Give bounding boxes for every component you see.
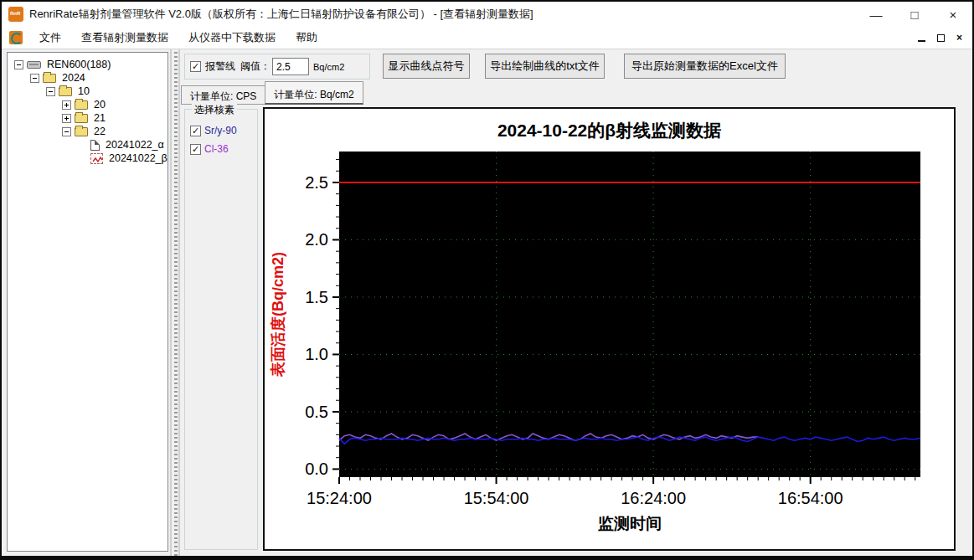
app-window: RenriRate辐射剂量管理软件 V2.0版（版权所有：上海仁日辐射防护设备有… [0,0,974,560]
tree-item-label: 10 [76,85,91,97]
window-title: RenriRate辐射剂量管理软件 V2.0版（版权所有：上海仁日辐射防护设备有… [29,7,533,22]
tree-item-label: 20241022_β [107,152,168,164]
x-tick-label: 16:24:00 [621,489,686,507]
tree-item-21[interactable]: 21 [8,111,167,125]
nuclide-select-groupbox: 选择核素 ✓ Sr/y-90 ✓ Cl-36 [184,109,258,550]
chart-file-icon [90,153,103,164]
minimize-button[interactable]: — [857,2,895,27]
y-tick-label: 1.0 [305,345,328,363]
device-icon [27,61,41,69]
content-panel: ✓ 报警线 阈值： Bq/cm2 显示曲线点符号 导出绘制曲线的txt文件 导出… [181,49,967,552]
app-logo-icon [8,7,23,22]
x-tick-label: 15:54:00 [464,489,529,507]
splitter-grip [174,49,178,556]
tree-expander-icon[interactable] [46,87,55,96]
threshold-unit-label: Bq/cm2 [313,62,344,72]
mdi-close-icon[interactable]: × [956,33,962,42]
unit-tab-strip: 计量单位: CPS 计量单位: Bq/cm2 [181,81,363,105]
nuclide-label-cl-36: Cl-36 [204,143,229,155]
tab-unit-cps[interactable]: 计量单位: CPS [181,85,265,105]
export-curve-txt-button[interactable]: 导出绘制曲线的txt文件 [485,54,605,79]
maximize-button[interactable]: □ [895,2,934,27]
tree-item-label: 20 [92,99,107,110]
folder-icon [43,74,56,83]
menu-view-measure-data[interactable]: 查看辐射测量数据 [71,27,178,49]
monitor-chart-panel: 2024-10-22的β射线监测数据 0.00.51.01.52.02.515:… [263,107,956,551]
y-tick-label: 2.0 [305,230,328,249]
folder-icon [75,114,88,123]
threshold-label: 阈值： [240,59,271,74]
mdi-restore-icon[interactable] [937,34,945,42]
folder-icon [59,87,72,96]
tree-item-label: 2024 [60,72,87,84]
tree-item-22[interactable]: 22 [8,125,167,138]
tree-item-20241022_[interactable]: 20241022_β [8,152,167,165]
panel-splitter[interactable] [170,49,180,556]
tree-item-label: REN600(188) [45,59,112,70]
alarm-line-checkbox[interactable]: ✓ [190,61,201,72]
export-raw-excel-button[interactable]: 导出原始测量数据的Excel文件 [624,54,786,79]
device-tree-panel: REN600(188)20241020212220241022_α2024102… [7,52,168,552]
tree-expander-icon[interactable] [62,127,71,136]
x-tick-label: 15:24:00 [307,489,372,507]
alarm-line-groupbox: ✓ 报警线 阈值： Bq/cm2 [184,54,370,80]
nuclide-row-cl-36[interactable]: ✓ Cl-36 [190,143,257,155]
alarm-line-label: 报警线 [205,59,235,74]
y-tick-label: 1.5 [305,288,328,306]
tree-item-2024[interactable]: 2024 [8,71,167,85]
menu-file[interactable]: 文件 [29,27,71,49]
tree-expander-icon[interactable] [30,74,39,83]
y-tick-label: 2.5 [305,173,328,192]
nuclide-row-sr-y-90[interactable]: ✓ Sr/y-90 [190,125,257,136]
menu-bar: 文件 查看辐射测量数据 从仪器中下载数据 帮助 × [2,27,972,49]
title-bar: RenriRate辐射剂量管理软件 V2.0版（版权所有：上海仁日辐射防护设备有… [2,2,972,27]
tree-expander-icon[interactable] [62,100,71,110]
tree-item-label: 22 [92,126,107,137]
menu-help[interactable]: 帮助 [286,27,327,49]
tree-item-20241022_[interactable]: 20241022_α [8,138,167,152]
plot-area [339,152,920,477]
tree-item-label: 21 [92,112,107,124]
tree-expander-icon[interactable] [62,114,71,123]
folder-icon [75,100,88,110]
nuclide-checkbox-cl-36[interactable]: ✓ [190,144,201,155]
nuclide-legend: 选择核素 [192,103,237,117]
y-tick-label: 0.5 [305,403,328,421]
tree-item-REN600188[interactable]: REN600(188) [8,58,167,71]
tree-item-10[interactable]: 10 [8,85,167,98]
y-tick-label: 0.0 [305,460,328,478]
chart-title: 2024-10-22的β射线监测数据 [265,119,954,142]
menu-download-from-device[interactable]: 从仪器中下载数据 [178,27,286,49]
document-icon [90,140,100,151]
mdi-minimize-icon[interactable] [918,34,925,42]
tree-item-20[interactable]: 20 [8,98,167,111]
x-axis-label: 监测时间 [598,515,662,532]
show-curve-points-button[interactable]: 显示曲线点符号 [383,54,470,79]
main-area: REN600(188)20241020212220241022_α2024102… [2,49,972,556]
tab-unit-bqcm2[interactable]: 计量单位: Bq/cm2 [265,81,363,105]
y-axis-label: 表面活度(Bq/cm2) [270,252,286,378]
mdi-document-icon [9,31,23,44]
tree-item-label: 20241022_α [104,139,166,151]
threshold-input[interactable] [272,58,309,75]
folder-icon [75,127,88,136]
monitor-chart-svg: 0.00.51.01.52.02.515:24:0015:54:0016:24:… [265,144,956,537]
close-button[interactable]: × [934,2,972,27]
nuclide-label-sr-y-90: Sr/y-90 [204,125,237,136]
tree-expander-icon[interactable] [14,60,23,69]
nuclide-checkbox-sr-y-90[interactable]: ✓ [190,126,201,136]
x-tick-label: 16:54:00 [778,489,843,507]
